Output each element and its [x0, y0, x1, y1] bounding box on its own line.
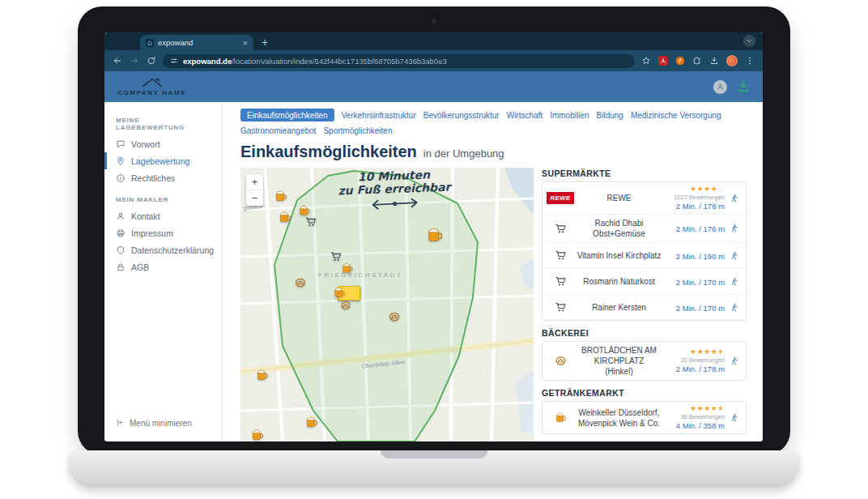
poi-row[interactable]: REWEREWE★★★★☆1023 Bewertungen2 Min. / 17… [542, 182, 746, 214]
new-tab-button[interactable]: + [262, 36, 268, 48]
cart-icon [555, 250, 567, 262]
map-marker-pretzel-icon[interactable] [295, 277, 307, 289]
lock-icon [116, 262, 126, 272]
sidebar-item-agb[interactable]: AGB [104, 258, 221, 275]
distance-text: 2 Min. / 170 m [666, 278, 725, 287]
main-content: EinkaufsmöglichkeitenVerkehrsinfrastrukt… [222, 102, 763, 441]
forward-icon[interactable] [130, 56, 139, 66]
url-path: /locationValuation/index/542f44bc17135bf… [232, 57, 447, 66]
distance-text: 4 Min. / 358 m [666, 421, 725, 430]
neighborhood-map[interactable]: + − 10 Minuten zu Fuß erreichbar [240, 168, 534, 441]
poi-name: REWE [577, 193, 662, 203]
map-marker-pretzel-icon[interactable] [340, 300, 351, 311]
tab-wirtschaft[interactable]: Wirtschaft [507, 111, 542, 120]
map-marker-beer-icon[interactable] [342, 262, 354, 275]
pretzel-icon [555, 355, 567, 367]
star-icon[interactable] [641, 56, 651, 66]
walking-icon [730, 251, 739, 261]
page-title: Einkaufsmöglichkeiten in der Umgebung [240, 143, 747, 161]
sidebar-item-datenschutzerklärung[interactable]: Datenschutzerklärung [104, 241, 221, 258]
reload-icon[interactable] [147, 56, 156, 66]
sidebar-section-title: MEINE LAGEBEWERTUNG [116, 117, 210, 131]
map-marker-cart-icon[interactable] [330, 251, 343, 263]
pdf-icon[interactable] [658, 56, 668, 66]
tab-immobilien[interactable]: Immobilien [550, 111, 589, 120]
tab-close-icon[interactable]: × [243, 38, 248, 48]
map-marker-beer-icon[interactable] [279, 211, 291, 224]
sidebar-item-impressum[interactable]: Impressum [104, 224, 221, 241]
tab-medizinische-versorgung[interactable]: Medizinische Versorgung [631, 111, 721, 120]
cart-icon [555, 223, 567, 235]
url-text: expowand.de/locationValuation/index/542f… [183, 57, 447, 66]
menu-icon[interactable] [745, 56, 755, 66]
laptop-notch [381, 450, 487, 458]
tab-search-button[interactable] [743, 35, 755, 47]
company-logo[interactable]: COMPANY NAME [117, 77, 186, 96]
nav-icons [113, 56, 156, 66]
walking-icon [730, 277, 739, 287]
poi-name: Rainer Kersten [577, 302, 662, 313]
extensions-icon[interactable] [692, 56, 702, 66]
walking-icon [730, 224, 739, 233]
reviews-count: 20 Bewertungen [666, 356, 725, 364]
map-marker-beer-icon[interactable] [427, 227, 444, 244]
sidebar-item-lagebewertung[interactable]: Lagebewertung [104, 152, 221, 169]
minimize-menu-button[interactable]: Menü minimieren [104, 410, 221, 441]
poi-name: Rachid Dhabi Obst+Gemüse [577, 218, 662, 239]
tab-gastronomieangebot[interactable]: Gastronomieangebot [240, 126, 316, 135]
poi-name: Rosmarin Naturkost [577, 276, 662, 287]
download-report-icon[interactable] [737, 80, 750, 93]
sidebar-item-label: Impressum [131, 228, 173, 238]
address-bar[interactable]: expowand.de/locationValuation/index/542f… [163, 54, 635, 68]
poi-row[interactable]: Rainer Kersten2 Min. / 170 m [542, 294, 746, 320]
zoom-in-button[interactable]: + [246, 174, 263, 190]
poi-row[interactable]: Weinkeller Düsseldorf,Mövenpick Wein & C… [542, 402, 746, 433]
poi-name: BROTLÄDCHEN AM KIRCHPLATZ(Hinkel) [577, 345, 662, 377]
map-marker-beer-icon[interactable] [251, 429, 264, 441]
poi-row[interactable]: Rachid Dhabi Obst+Gemüse2 Min. / 176 m [542, 214, 746, 242]
tab-verkehrsinfrastruktur[interactable]: Verkehrsinfrastruktur [342, 111, 416, 120]
page-subtitle: in der Umgebung [423, 147, 504, 160]
site-info-icon[interactable] [170, 57, 178, 65]
sidebar-item-kontakt[interactable]: Kontakt [104, 207, 221, 224]
sidebar-item-label: Rechtliches [131, 173, 175, 183]
rewe-logo: REWE [547, 192, 573, 204]
printer-icon [116, 228, 126, 238]
tab-einkaufsmöglichkeiten[interactable]: Einkaufsmöglichkeiten [240, 109, 334, 122]
profile-avatar[interactable] [726, 55, 738, 66]
walking-icon [730, 303, 739, 313]
map-marker-beer-icon[interactable] [334, 287, 346, 299]
sidebar-item-rechtliches[interactable]: Rechtliches [104, 169, 221, 186]
poi-row[interactable]: BROTLÄDCHEN AM KIRCHPLATZ(Hinkel)★★★★★☆2… [542, 342, 746, 380]
poi-row[interactable]: Rosmarin Naturkost2 Min. / 170 m [542, 268, 746, 294]
cart-icon [555, 275, 567, 288]
sidebar-item-vorwort[interactable]: Vorwort [104, 135, 221, 152]
poi-row[interactable]: Vitamin Insel Kirchplatz2 Min. / 190 m [542, 242, 746, 268]
browser-tab[interactable]: expowand × [140, 35, 253, 50]
browser-window: expowand × + expowand.de/locationValuati… [104, 32, 763, 441]
laptop-mockup: expowand × + expowand.de/locationValuati… [0, 0, 868, 499]
map-marker-beer-icon[interactable] [299, 205, 311, 217]
star-rating: ★★★★★☆ [666, 405, 725, 412]
map-marker-beer-icon[interactable] [256, 369, 269, 382]
sidebar-item-label: Lagebewertung [131, 156, 189, 166]
map-marker-pretzel-icon[interactable] [389, 311, 401, 323]
download-icon[interactable] [709, 56, 719, 66]
tab-sportmöglichkeiten[interactable]: Sportmöglichkeiten [323, 126, 392, 135]
poi-results-panel: SUPERMÄRKTEREWEREWE★★★★☆1023 Bewertungen… [542, 168, 747, 441]
distance-text: 2 Min. / 178 m [666, 365, 725, 373]
back-icon[interactable] [113, 56, 122, 66]
user-avatar[interactable] [713, 80, 727, 94]
map-marker-beer-icon[interactable] [274, 190, 287, 203]
map-marker-cart-icon[interactable] [305, 216, 317, 228]
distance-text: 2 Min. / 178 m [666, 202, 725, 211]
map-marker-beer-icon[interactable] [305, 416, 318, 429]
walking-icon [730, 356, 739, 366]
distance-text: 2 Min. / 190 m [666, 252, 725, 261]
fx-icon[interactable] [675, 56, 685, 66]
pin-icon [116, 156, 126, 166]
zoom-out-button[interactable]: − [246, 190, 263, 206]
tab-bildung[interactable]: Bildung [597, 111, 623, 120]
tab-bevölkerungsstruktur[interactable]: Bevölkerungsstruktur [423, 111, 500, 120]
map-zoom-control: + − [246, 174, 263, 206]
